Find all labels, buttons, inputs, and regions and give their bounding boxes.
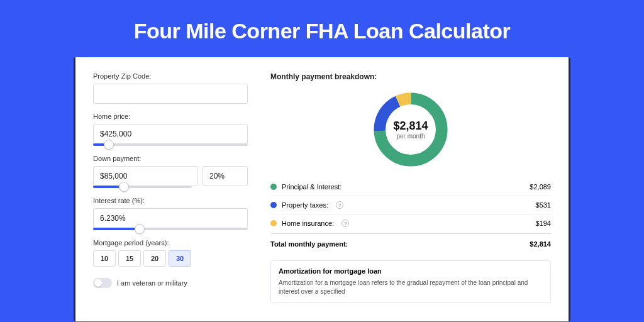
total-label: Total monthly payment: (270, 240, 348, 248)
breakdown-list: Principal & Interest:$2,089Property taxe… (270, 178, 551, 232)
breakdown-row: Principal & Interest:$2,089 (270, 178, 551, 196)
card-shadow: Property Zip Code: Home price: Down paym… (74, 57, 570, 321)
amortization-text: Amortization for a mortgage loan refers … (279, 279, 543, 296)
donut-chart-wrap: $2,814 per month (270, 85, 551, 178)
donut-center: $2,814 per month (370, 89, 452, 170)
total-row: Total monthly payment: $2,814 (270, 233, 551, 253)
breakdown-title: Monthly payment breakdown: (270, 72, 551, 81)
home-price-row: Home price: (93, 113, 248, 146)
zip-field-row: Property Zip Code: (93, 72, 248, 104)
period-button-15[interactable]: 15 (118, 250, 141, 267)
period-button-30[interactable]: 30 (169, 250, 191, 267)
legend-dot (270, 202, 277, 208)
down-payment-row: Down payment: (93, 155, 248, 188)
breakdown-row-left: Home insurance:? (270, 219, 349, 227)
zip-input[interactable] (93, 84, 248, 104)
down-payment-label: Down payment: (93, 155, 248, 162)
home-price-slider[interactable] (93, 143, 248, 146)
breakdown-row-left: Principal & Interest: (270, 183, 341, 191)
home-price-slider-thumb[interactable] (104, 140, 114, 150)
home-price-label: Home price: (93, 113, 248, 120)
interest-rate-slider[interactable] (93, 228, 248, 230)
period-label: Mortgage period (years): (93, 239, 248, 247)
total-value: $2,814 (530, 240, 551, 248)
breakdown-row-left: Property taxes:? (270, 201, 343, 209)
down-payment-amount-input[interactable] (93, 166, 197, 186)
info-icon[interactable]: ? (341, 219, 349, 227)
results-panel: Monthly payment breakdown: $2,814 per mo… (270, 72, 551, 321)
interest-rate-slider-thumb[interactable] (135, 224, 145, 234)
interest-rate-slider-fill (93, 228, 140, 230)
legend-dot (270, 184, 277, 190)
down-payment-percent-input[interactable] (203, 166, 248, 186)
breakdown-label: Home insurance: (282, 219, 334, 227)
breakdown-value: $194 (536, 219, 551, 227)
interest-rate-row: Interest rate (%): (93, 197, 248, 230)
breakdown-row: Property taxes:?$531 (270, 196, 551, 214)
breakdown-value: $531 (536, 201, 551, 209)
amortization-box: Amortization for mortgage loan Amortizat… (270, 260, 551, 303)
veteran-toggle-knob (94, 279, 102, 287)
info-icon[interactable]: ? (336, 201, 343, 209)
breakdown-row: Home insurance:?$194 (270, 214, 551, 232)
veteran-label: I am veteran or military (117, 279, 187, 287)
zip-label: Property Zip Code: (93, 72, 248, 80)
period-buttons: 10152030 (93, 250, 248, 267)
down-payment-slider-thumb[interactable] (119, 182, 129, 192)
interest-rate-label: Interest rate (%): (93, 197, 248, 204)
veteran-row: I am veteran or military (93, 278, 248, 288)
interest-rate-input[interactable] (93, 208, 248, 228)
inputs-panel: Property Zip Code: Home price: Down paym… (93, 72, 248, 321)
breakdown-label: Property taxes: (282, 201, 328, 209)
donut-amount: $2,814 (393, 119, 428, 133)
donut-sub: per month (396, 133, 425, 140)
period-row: Mortgage period (years): 10152030 (93, 239, 248, 267)
period-button-20[interactable]: 20 (143, 250, 166, 267)
amortization-title: Amortization for mortgage loan (279, 267, 543, 275)
calculator-card: Property Zip Code: Home price: Down paym… (75, 57, 569, 321)
down-payment-slider[interactable] (93, 186, 192, 188)
page-title: Four Mile Corner FHA Loan Calculator (0, 0, 644, 57)
period-button-10[interactable]: 10 (93, 250, 116, 267)
legend-dot (270, 220, 277, 226)
donut-chart: $2,814 per month (370, 89, 452, 170)
home-price-input[interactable] (93, 124, 248, 144)
breakdown-label: Principal & Interest: (282, 183, 341, 191)
veteran-toggle[interactable] (93, 278, 112, 288)
breakdown-value: $2,089 (530, 183, 551, 191)
